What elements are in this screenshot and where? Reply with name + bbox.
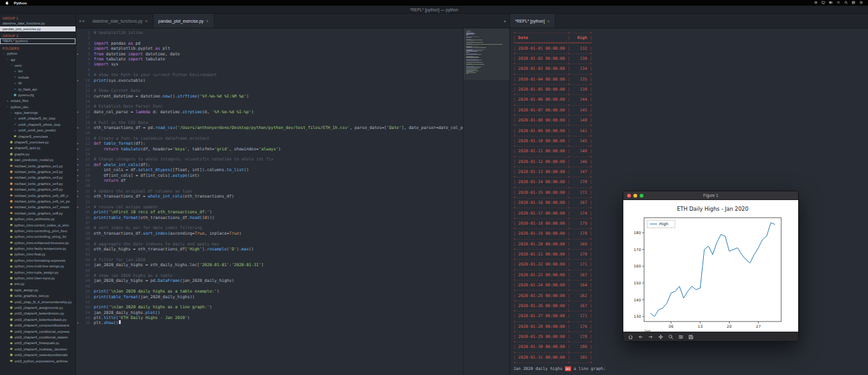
- tree-file-unit3-chapter4-assignments-py[interactable]: unit3_chapter4_assignments.py: [0, 305, 75, 310]
- code-line-3[interactable]: 3import pandas as pd: [76, 41, 463, 46]
- minimap-viewport[interactable]: [464, 28, 509, 80]
- toolbar-subplots-button[interactable]: [678, 331, 684, 342]
- tab-repl-python[interactable]: *REPL* [python]×: [510, 14, 555, 28]
- code-line-30[interactable]: 30: [76, 183, 463, 188]
- status-clock[interactable]: [859, 1, 863, 5]
- code-line-46[interactable]: 46: [76, 268, 463, 273]
- tab-close-icon[interactable]: ×: [547, 19, 550, 23]
- code-line-10[interactable]: 10•print(sys.executable): [76, 78, 463, 83]
- tree-folder-unit4-unit4-json-predict[interactable]: +unit4_unit4_json_predict: [0, 128, 75, 133]
- code-line-34[interactable]: 34•# review col astype update: [76, 204, 463, 210]
- toolbar-back-button[interactable]: [638, 331, 643, 342]
- code-line-14[interactable]: 14: [76, 99, 463, 104]
- tree-file-unit3-chapter4-compoundbooleans[interactable]: unit3_chapter4_compoundbooleans: [0, 322, 75, 328]
- code-line-38[interactable]: 38# sort index by asc for date index fil…: [76, 225, 463, 230]
- code-line-45[interactable]: 45jan_2020_daily_highs = eth_daily_highs…: [76, 262, 463, 267]
- code-editor[interactable]: 1# %matplotlib inline23import pandas as …: [76, 28, 463, 375]
- status-control-center[interactable]: [852, 1, 855, 5]
- code-line-23[interactable]: 23• return tabulate(df, headers='keys', …: [76, 147, 463, 152]
- tree-folder-include[interactable]: +include: [0, 74, 75, 80]
- tree-file-chapter5-exercises-py[interactable]: chapter5_exercises.py: [0, 139, 75, 145]
- tree-file-pyvenv-cfg[interactable]: pyvenv.cfg: [0, 92, 75, 98]
- open-file-item-pandas-plot-exercise-py[interactable]: pandas_plot_exercise.py: [0, 26, 75, 32]
- tree-file-python-intro-enhanced-timeconv-py[interactable]: python_intro-enhanced-timeconv.py: [0, 240, 75, 245]
- code-line-54[interactable]: 54jan_2020_daily_highs.plot(): [76, 310, 463, 315]
- tree-file-unit3-chapter4-betterfeedback-py[interactable]: unit3_chapter4_betterfeedback.py: [0, 316, 75, 322]
- code-line-42[interactable]: 42eth_daily_highs = eth_transactions_df[…: [76, 247, 463, 252]
- tree-folder-unit4-chapter5-whole-loop[interactable]: +unit4_chapter5_whole_loop: [0, 121, 75, 127]
- tree-file-michael-turtle-graphics-ex6-diff-c[interactable]: michael_turtle_graphics_ex6_diff_c: [0, 193, 75, 198]
- code-line-35[interactable]: 35print('\nFirst 10 recs of eth_transact…: [76, 210, 463, 215]
- tree-file-python-intro-controlling-string-for[interactable]: python_intro-controlling_string_for: [0, 234, 75, 240]
- code-line-48[interactable]: 48jan_2020_daily_highs = pd.DataFrame(ja…: [76, 278, 463, 283]
- tree-file-turtle-graphics-test-py[interactable]: turtle_graphics_test.py: [0, 293, 75, 299]
- pane-menu-icon[interactable]: ▾: [500, 14, 509, 28]
- tab-pandas-plot-exercise-py[interactable]: pandas_plot_exercise.py×: [153, 14, 214, 28]
- code-line-2[interactable]: 2: [76, 35, 463, 40]
- code-line-5[interactable]: 5•from datetime import datetime, date: [76, 52, 463, 57]
- code-line-51[interactable]: 51print(table_format(jan_2020_daily_high…: [76, 294, 463, 299]
- minimize-window-icon[interactable]: [633, 194, 637, 198]
- tree-file-chapter5-quiz-py[interactable]: chapter5_quiz.py: [0, 145, 75, 151]
- zoom-window-icon[interactable]: [640, 194, 643, 198]
- code-line-20[interactable]: 20: [76, 130, 463, 135]
- code-line-50[interactable]: 50print('\nJan 2020 daily highs as a tab…: [76, 289, 463, 294]
- toolbar-home-button[interactable]: [628, 331, 633, 342]
- code-line-36[interactable]: 36print(table_format(eth_transactions_df…: [76, 215, 463, 220]
- close-window-icon[interactable]: [627, 194, 631, 198]
- window-title-bar[interactable]: *REPL* [python] — python: [0, 6, 868, 14]
- status-battery[interactable]: [829, 1, 833, 5]
- code-line-22[interactable]: 22•def table_format(df):: [76, 141, 463, 146]
- menubar-app-name[interactable]: Python: [14, 1, 26, 5]
- code-line-21[interactable]: 21# Create a func to customize dataframe…: [76, 136, 463, 141]
- code-line-39[interactable]: 39eth_transactions_df.sort_index(ascendi…: [76, 231, 463, 236]
- tree-file-unit2-chap-fit-4-timemembership-py[interactable]: unit2_chap_fit_4_timemembership.py: [0, 299, 75, 305]
- tab-close-icon[interactable]: ×: [206, 19, 209, 23]
- tree-file-unit3-python-expressions-arithme[interactable]: unit3_python_expressions_arithme: [0, 358, 75, 364]
- tree-file-python-intro-controlling-print-func[interactable]: python_intro-controlling_print_func: [0, 228, 75, 233]
- code-line-31[interactable]: 31•# Update the original df columns as t…: [76, 189, 463, 194]
- tree-file-python-intro-formatting-expressio[interactable]: python_intro-formatting-expressio: [0, 257, 75, 263]
- tree-folder-unit4-chapter5-for-loop[interactable]: +unit4_chapter5_for_loop: [0, 116, 75, 121]
- tree-file-michael-turtle-graphics-ex2-py[interactable]: michael_turtle_graphics_ex2.py: [0, 169, 75, 174]
- code-line-19[interactable]: 19•eth_transactions_df = pd.read_csv('/U…: [76, 125, 463, 130]
- tree-folder-bin[interactable]: +bin: [0, 69, 75, 74]
- tree-file-michael-turtle-graphics-ex7-resolv[interactable]: michael_turtle_graphics_ex7_resolv: [0, 204, 75, 210]
- toolbar-pan-button[interactable]: [658, 331, 664, 342]
- code-line-6[interactable]: 6from tabulate import tabulate: [76, 57, 463, 62]
- code-line-11[interactable]: 11: [76, 83, 463, 88]
- toolbar-save-button[interactable]: [688, 331, 694, 342]
- tree-file-michael-turtle-graphics-ex1-py[interactable]: michael_turtle_graphics_ex1.py: [0, 163, 75, 169]
- tree-file-chapter5-exercises[interactable]: chapter5_exercises: [0, 133, 75, 139]
- code-line-4[interactable]: 4import matplotlib.pyplot as plt: [76, 46, 463, 51]
- tree-file-loan-prediction-model-py[interactable]: loan_prediction_model.py: [0, 157, 75, 163]
- tree-file-tuple-assign-py[interactable]: tuple_assign.py: [0, 287, 75, 293]
- code-line-33[interactable]: 33: [76, 199, 463, 204]
- tree-file-python-intro-tuple-assign-py[interactable]: python_intro-tuple_assign.py: [0, 269, 75, 275]
- open-file-item-repl-python[interactable]: *REPL* [python]: [0, 38, 75, 44]
- code-line-53[interactable]: 53print('\nJan 2020 daily highs as a lin…: [76, 305, 463, 310]
- tree-folder-venv[interactable]: −venv: [0, 62, 75, 68]
- tree-file-michael-turtle-graphics-ex4-py[interactable]: michael_turtle_graphics_ex4.py: [0, 181, 75, 186]
- status-wifi[interactable]: [837, 1, 840, 5]
- minimap[interactable]: [463, 28, 509, 375]
- code-line-28[interactable]: 28• df[int_cols] = df[int_cols].astype(i…: [76, 173, 463, 178]
- code-line-32[interactable]: 32•eth_transactions_df = whole_int_cols(…: [76, 194, 463, 199]
- code-line-18[interactable]: 18# Pull in the CSV Data: [76, 120, 463, 125]
- code-line-41[interactable]: 41# aggregate the date indexes to daily …: [76, 242, 463, 247]
- status-display[interactable]: [821, 1, 825, 5]
- code-line-7[interactable]: 7import sys: [76, 62, 463, 67]
- tree-file-unit3-chapter4-conditional-express[interactable]: unit3_chapter4_conditional_express: [0, 328, 75, 334]
- figure-window[interactable]: Figure 1 ETH Daily Highs - Jan 202013014…: [623, 191, 799, 342]
- code-line-26[interactable]: 26•def whole_int_cols(df):: [76, 162, 463, 167]
- tree-file-unit3-chapter4-firstequals-py[interactable]: unit3_chapter4_firstequals.py: [0, 340, 75, 346]
- tree-file-python-intro-float-py[interactable]: python_intro-float.py: [0, 252, 75, 257]
- tree-file-python-intro-control-codes-io-strin[interactable]: python_intro-control_codes_io_strin: [0, 222, 75, 228]
- tree-file-test-py[interactable]: test.py: [0, 281, 75, 287]
- open-file-item-datetime-date-functions-py[interactable]: datetime_date_functions.py: [0, 21, 75, 26]
- apple-menu-icon[interactable]: [5, 1, 9, 6]
- code-line-13[interactable]: 13current_datetime = datetime.now().strf…: [76, 94, 463, 99]
- code-line-49[interactable]: 49: [76, 284, 463, 289]
- tree-folder-lib[interactable]: +lib: [0, 80, 75, 86]
- code-line-47[interactable]: 47# show jan 2020 highs as a table: [76, 273, 463, 278]
